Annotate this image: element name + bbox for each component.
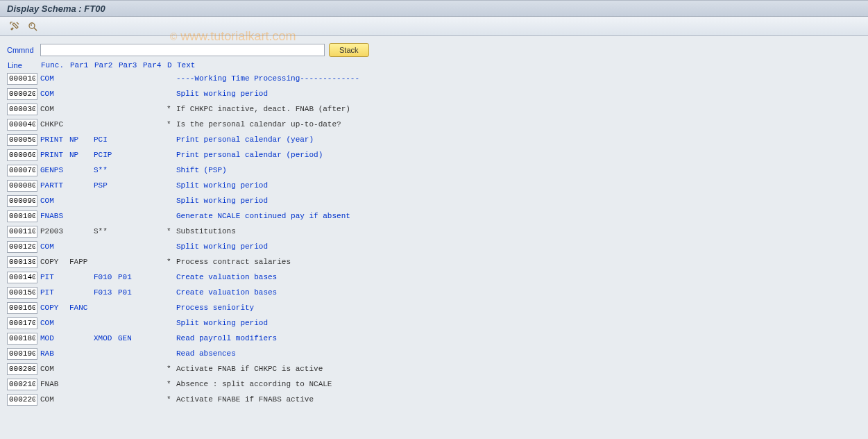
line-number-input[interactable] [7, 134, 37, 146]
line-number-input[interactable] [7, 272, 37, 283]
table-row: COPYFAPP*Process contract salaries [7, 254, 861, 270]
text-cell[interactable]: Create valuation bases [176, 273, 861, 281]
par2-cell[interactable]: F010 [94, 273, 118, 281]
func-cell[interactable]: COPY [40, 304, 69, 312]
func-cell[interactable]: PIT [40, 273, 69, 281]
command-input[interactable] [40, 44, 325, 56]
line-number-input[interactable] [7, 195, 37, 207]
line-number-input[interactable] [7, 256, 37, 268]
func-cell: COM [40, 395, 69, 404]
header-par3: Par3 [119, 61, 143, 69]
par1-cell[interactable]: NP [69, 135, 94, 144]
d-cell: * [167, 395, 176, 404]
func-cell[interactable]: COM [40, 319, 69, 327]
text-cell[interactable]: Generate NCALE continued pay if absent [176, 212, 861, 220]
line-number-input[interactable] [7, 394, 37, 406]
text-cell[interactable]: Print personal calendar (year) [176, 135, 861, 144]
header-par4: Par4 [143, 61, 167, 69]
line-number-input[interactable] [7, 363, 37, 375]
func-cell[interactable]: PARTT [40, 181, 69, 190]
table-row: CHKPC*Is the personal calendar up-to-dat… [7, 117, 861, 132]
text-cell[interactable]: ----Working Time Processing------------- [176, 74, 861, 83]
func-cell: COM [40, 365, 69, 373]
text-cell[interactable]: Read payroll modifiers [176, 334, 861, 342]
header-func: Func. [41, 61, 70, 69]
func-cell[interactable]: COM [40, 74, 69, 83]
func-cell[interactable]: MOD [40, 334, 69, 342]
par1-cell[interactable]: FANC [69, 304, 94, 312]
func-cell[interactable]: RAB [40, 349, 69, 358]
grid-headers: Line Func. Par1 Par2 Par3 Par4 D Text [7, 61, 861, 69]
func-cell[interactable]: COM [40, 197, 69, 205]
table-row: COMSplit working period [7, 315, 861, 331]
func-cell[interactable]: PRINT [40, 135, 69, 144]
func-cell: CHKPC [40, 120, 69, 129]
text-cell: Process contract salaries [176, 258, 861, 266]
table-row: FNAB*Absence : split according to NCALE [7, 376, 861, 392]
d-cell: * [167, 227, 176, 235]
func-cell[interactable]: GENPS [40, 166, 69, 174]
table-row: COPYFANCProcess seniority [7, 300, 861, 315]
text-cell[interactable]: Split working period [176, 197, 861, 205]
line-number-input[interactable] [7, 241, 37, 253]
table-row: RABRead absences [7, 346, 861, 361]
line-number-input[interactable] [7, 210, 37, 222]
func-cell[interactable]: COM [40, 242, 69, 251]
func-cell[interactable]: COM [40, 90, 69, 98]
text-cell[interactable]: Read absences [176, 349, 861, 358]
table-row: PRINTNPPCIPPrint personal calendar (peri… [7, 147, 861, 163]
par3-cell[interactable]: P01 [118, 273, 142, 281]
table-row: P2003S***Substitutions [7, 224, 861, 239]
line-number-input[interactable] [7, 103, 37, 115]
text-cell[interactable]: Split working period [176, 242, 861, 251]
par3-cell[interactable]: P01 [118, 288, 142, 297]
line-number-input[interactable] [7, 165, 37, 176]
func-cell[interactable]: PRINT [40, 151, 69, 159]
par2-cell[interactable]: F013 [94, 288, 118, 297]
line-number-input[interactable] [7, 226, 37, 238]
text-cell[interactable]: Create valuation bases [176, 288, 861, 297]
par2-cell: S** [94, 227, 118, 235]
func-cell[interactable]: FNABS [40, 212, 69, 220]
line-number-input[interactable] [7, 333, 37, 345]
text-cell[interactable]: Split working period [176, 181, 861, 190]
line-number-input[interactable] [7, 88, 37, 100]
line-number-input[interactable] [7, 73, 37, 85]
func-cell: COM [40, 105, 69, 113]
toggle-edit-icon[interactable] [7, 19, 22, 33]
par2-cell[interactable]: PSP [94, 181, 118, 190]
text-cell: Activate FNAB if CHKPC is active [176, 365, 861, 373]
line-number-input[interactable] [7, 149, 37, 161]
header-par1: Par1 [70, 61, 94, 69]
text-cell[interactable]: Process seniority [176, 304, 861, 312]
display-icon[interactable] [25, 19, 40, 33]
text-cell[interactable]: Shift (PSP) [176, 166, 861, 174]
line-number-input[interactable] [7, 348, 37, 360]
text-cell[interactable]: Split working period [176, 319, 861, 327]
header-par2: Par2 [94, 61, 119, 69]
table-row: PRINTNPPCIPrint personal calendar (year) [7, 132, 861, 147]
text-cell[interactable]: Print personal calendar (period) [176, 151, 861, 159]
func-cell: P2003 [40, 227, 69, 235]
par2-cell[interactable]: XMOD [94, 334, 118, 342]
text-cell: Absence : split according to NCALE [176, 380, 861, 388]
func-cell[interactable]: PIT [40, 288, 69, 297]
line-number-input[interactable] [7, 119, 37, 131]
par2-cell[interactable]: S** [94, 166, 118, 174]
command-row: Cmmnd Stack [7, 43, 861, 57]
par3-cell[interactable]: GEN [118, 334, 142, 342]
page-title: Display Schema : FT00 [7, 3, 105, 14]
table-row: PITF013P01Create valuation bases [7, 285, 861, 300]
table-row: MODXMODGENRead payroll modifiers [7, 331, 861, 346]
par2-cell[interactable]: PCI [94, 135, 118, 144]
table-row: COMSplit working period [7, 193, 861, 208]
text-cell[interactable]: Split working period [176, 90, 861, 98]
line-number-input[interactable] [7, 379, 37, 390]
stack-button[interactable]: Stack [329, 43, 369, 57]
line-number-input[interactable] [7, 302, 37, 314]
par2-cell[interactable]: PCIP [94, 151, 118, 159]
line-number-input[interactable] [7, 180, 37, 192]
par1-cell[interactable]: NP [69, 151, 94, 159]
line-number-input[interactable] [7, 287, 37, 299]
line-number-input[interactable] [7, 317, 37, 329]
